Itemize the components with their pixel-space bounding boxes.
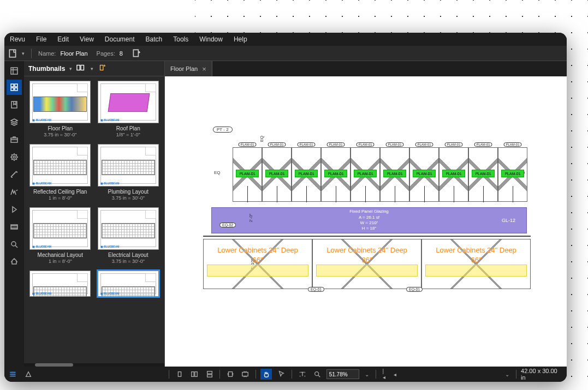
thumbnails-dropdown[interactable]: ▾	[69, 66, 72, 71]
thumbnail-2[interactable]: ▣ BLUEBEAMReflected Ceiling Plan1 in = 8…	[28, 144, 92, 201]
menu-revu[interactable]: Revu	[10, 35, 25, 43]
plam-markup[interactable]: PLAM-01	[295, 170, 318, 177]
prev-page-icon[interactable]: ◂	[391, 371, 399, 377]
panel-menu-icon[interactable]	[7, 63, 22, 79]
menu-view[interactable]: View	[80, 35, 94, 43]
thumbnails-tab-icon[interactable]	[7, 80, 22, 95]
thumbnail-5[interactable]: ▣ BLUEBEAMElectrical Layout3.75 in = 30'…	[97, 207, 161, 264]
thumbnail-1[interactable]: ▣ BLUEBEAMRoof Plan1/8" = 1'-0"	[97, 81, 161, 137]
highlight-markup[interactable]	[207, 265, 308, 277]
flags-icon[interactable]	[7, 202, 22, 217]
triangle-icon[interactable]	[22, 369, 34, 380]
signatures-icon[interactable]	[7, 184, 22, 200]
select-tool-icon[interactable]	[275, 369, 287, 380]
plam-markup[interactable]: PLAM-01	[324, 170, 347, 177]
thumbnail-6[interactable]: ▣ BLUEBEAM	[28, 271, 92, 297]
menu-file[interactable]: File	[36, 35, 46, 43]
doc-tab-floor-plan[interactable]: Floor Plan ×	[165, 61, 212, 76]
split-vert-icon[interactable]	[189, 369, 200, 380]
menu-edit[interactable]: Edit	[57, 35, 69, 43]
menu-help[interactable]: Help	[234, 35, 247, 43]
thumbnail-7[interactable]: ▣ BLUEBEAM	[97, 271, 161, 297]
plam-markup[interactable]: PLAM-01	[501, 170, 524, 177]
upper-cabinet: PLAM-01PLAM-01	[380, 147, 409, 202]
document-canvas[interactable]: PT - 2 EQ EQ EQ PLAM-01PLAM-01PLAM-01PLA…	[165, 76, 567, 367]
quick-access-bar: ▾ Name: Floor Plan Pages: 8	[4, 46, 567, 61]
thumbnails-grid: ▣ BLUEBEAMFloor Plan3.75 in = 30'-0"▣ BL…	[24, 76, 164, 363]
svg-rect-8	[11, 138, 17, 142]
studio-icon[interactable]	[7, 254, 22, 269]
highlight-markup[interactable]	[425, 265, 527, 277]
create-page-icon[interactable]	[98, 64, 108, 73]
eq-label: EQ	[259, 136, 264, 142]
zoom-tool-icon[interactable]	[311, 369, 323, 380]
upper-cabinet: PLAM-01PLAM-01	[351, 147, 380, 202]
fit-page-icon[interactable]	[224, 369, 236, 380]
status-bar: ⌄ |◂ ◂ ⌄ 42.00 x 30.00 in	[4, 367, 567, 382]
svg-point-17	[10, 374, 11, 375]
pages-label: Pages:	[97, 50, 115, 57]
plam-markup[interactable]: PLAM-01	[413, 170, 436, 177]
svg-rect-15	[100, 65, 103, 70]
file-icon[interactable]	[8, 49, 17, 58]
page-dropdown[interactable]: ⌄	[503, 371, 512, 377]
svg-rect-3	[11, 84, 14, 87]
svg-rect-25	[242, 373, 248, 376]
fit-width-icon[interactable]	[240, 369, 251, 380]
plam-markup[interactable]: PLAM-01	[472, 170, 495, 177]
bookmarks-icon[interactable]	[7, 97, 22, 112]
eq-label: EQ	[214, 170, 221, 175]
menu-document[interactable]: Document	[105, 35, 135, 43]
doc-tab-label: Floor Plan	[170, 65, 198, 72]
cabinet-markup[interactable]: Lower Cabinets 24" Deep	[422, 246, 530, 254]
zoom-dropdown[interactable]: ⌄	[363, 371, 371, 377]
menu-batch[interactable]: Batch	[146, 35, 163, 43]
file-dropdown[interactable]: ▾	[22, 51, 25, 56]
thumbnails-panel: Thumbnails ▾ ▾ ▣ BLUEBEAMFloor Plan3.75 …	[24, 61, 165, 367]
plam-markup[interactable]: PLAM-01	[354, 170, 377, 177]
new-page-icon[interactable]	[132, 49, 141, 58]
first-page-icon[interactable]: |◂	[381, 368, 389, 380]
svg-rect-0	[9, 50, 15, 57]
split-horiz-icon[interactable]	[204, 369, 215, 380]
pan-tool-icon[interactable]	[260, 369, 272, 380]
thumbnails-title: Thumbnails	[28, 65, 65, 73]
single-page-icon[interactable]	[174, 369, 185, 380]
menu-window[interactable]: Window	[199, 35, 223, 43]
page-layout-dropdown[interactable]: ▾	[91, 66, 93, 71]
thumb-scrollbar[interactable]	[24, 363, 164, 367]
thumbnail-4[interactable]: ▣ BLUEBEAMMechanical Layout1 in = 8'-0"	[28, 207, 92, 264]
lower-cabinet-group: Lower Cabinets 24" Deep36"	[312, 239, 421, 289]
layers-icon[interactable]	[7, 115, 22, 130]
tool-chest-icon[interactable]	[7, 132, 22, 147]
plam-markup[interactable]: PLAM-01	[265, 170, 288, 177]
glazing-text: Fixed Panel Glazing A = 26.1 sf W = 210"…	[349, 209, 389, 232]
plam-markup[interactable]: PLAM-01	[236, 170, 259, 177]
svg-point-10	[13, 156, 15, 158]
zoom-input[interactable]	[326, 369, 359, 379]
svg-rect-22	[207, 371, 212, 374]
page-layout-icon[interactable]	[76, 64, 86, 73]
text-select-icon[interactable]	[296, 369, 308, 380]
measurements-icon[interactable]	[7, 167, 22, 182]
menu-tools[interactable]: Tools	[173, 35, 188, 43]
markup-list-icon[interactable]	[8, 369, 19, 380]
plam-markup[interactable]: PLAM-01	[383, 170, 406, 177]
close-icon[interactable]: ×	[202, 65, 206, 73]
upper-cabinet: PLAM-01PLAM-01	[498, 147, 527, 202]
cabinet-markup[interactable]: Lower Cabinets 24" Deep	[313, 246, 421, 254]
properties-icon[interactable]	[7, 149, 22, 165]
highlight-markup[interactable]	[316, 265, 418, 277]
thumbnail-0[interactable]: ▣ BLUEBEAMFloor Plan3.75 in = 30'-0"	[28, 81, 92, 137]
svg-rect-13	[77, 65, 80, 70]
plam-markup[interactable]: PLAM-01	[442, 170, 465, 177]
search-icon[interactable]	[7, 237, 22, 252]
cabinet-markup[interactable]: Lower Cabinets 24" Deep	[204, 246, 312, 254]
glazing-markup[interactable]: Fixed Panel Glazing A = 26.1 sf W = 210"…	[211, 207, 527, 233]
svg-point-26	[315, 372, 319, 376]
upper-cabinet: PLAM-01PLAM-01	[468, 147, 498, 202]
eq02-tag: EQ-02	[219, 223, 236, 227]
thumbnail-3[interactable]: ▣ BLUEBEAMPlumbing Layout3.75 in = 30'-0…	[97, 144, 161, 201]
upper-cabinet: PLAM-01PLAM-01	[321, 147, 351, 202]
sets-icon[interactable]	[7, 219, 22, 235]
